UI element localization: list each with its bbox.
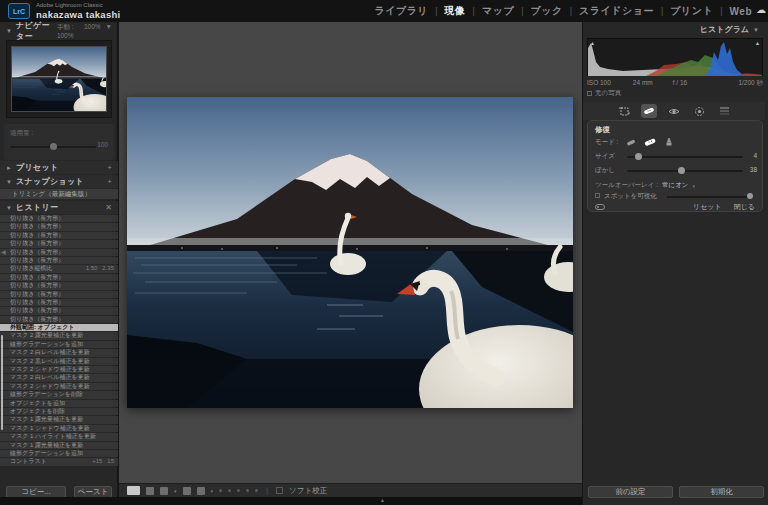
history-item[interactable]: マスク 1 露光量補正を更新 xyxy=(0,416,118,423)
history-item[interactable]: マスク 2 シャドウ補正を更新 xyxy=(0,366,118,373)
previous-settings-button[interactable]: 前の設定 xyxy=(588,486,673,498)
navigator-zoom-option[interactable]: ▼ xyxy=(106,23,112,39)
navigator-zoom-levels[interactable]: 手動 : 100%100%▼ xyxy=(57,23,112,39)
history-item[interactable]: 切り抜き（長方形） xyxy=(0,299,118,306)
module-tab-1[interactable]: ライブラリ xyxy=(375,4,429,18)
history-item[interactable]: 線形グラデーションを削除 xyxy=(0,391,118,398)
snapshots-header[interactable]: ▼ スナップショット + xyxy=(0,175,118,188)
feather-slider-knob[interactable] xyxy=(678,167,685,174)
history-item[interactable]: マスク 2 露光量補正を更新 xyxy=(0,332,118,339)
history-item[interactable]: マスク 1 シャドウ補正を更新 xyxy=(0,425,118,432)
history-item[interactable]: 切り抜き（長方形） xyxy=(0,291,118,298)
collapse-triangle-icon[interactable]: ▼ xyxy=(6,179,12,185)
navigator-zoom-option[interactable]: 100% xyxy=(84,23,101,39)
visualize-slider-knob[interactable] xyxy=(747,193,753,199)
visualize-spots-checkbox[interactable] xyxy=(595,193,600,198)
rating-dot[interactable] xyxy=(228,489,231,492)
photo-mount-fuji-swans[interactable] xyxy=(127,97,573,408)
left-panel-collapse-arrow-icon[interactable]: ◀ xyxy=(1,248,6,255)
history-item[interactable]: オブジェクトを追加 xyxy=(0,400,118,407)
original-photo-checkbox[interactable] xyxy=(587,91,592,96)
overlay-dropdown-icon[interactable]: ▾ xyxy=(693,183,696,189)
before-after-left-icon[interactable] xyxy=(146,487,154,495)
filmstrip-reveal-arrow-icon[interactable]: ▲ xyxy=(380,497,385,503)
history-item[interactable]: マスク 2 白レベル補正を更新 xyxy=(0,374,118,381)
view-dropdown-icon[interactable]: ▾ xyxy=(174,488,177,494)
visualize-slider-track[interactable] xyxy=(667,196,753,198)
history-item[interactable]: 切り抜き（長方形） xyxy=(0,257,118,264)
view-dropdown-icon-2[interactable]: ▾ xyxy=(211,488,214,494)
collapse-triangle-icon[interactable]: ▼ xyxy=(6,28,12,34)
history-item[interactable]: マスク 2 黒レベル補正を更新 xyxy=(0,358,118,365)
size-slider-track[interactable] xyxy=(627,156,743,158)
module-tab-6[interactable]: プリント xyxy=(670,4,713,18)
history-item[interactable]: 切り抜き（長方形） xyxy=(0,249,118,256)
histogram-header[interactable]: ヒストグラム ▼ xyxy=(583,24,765,35)
module-tab-5[interactable]: スライドショー xyxy=(579,4,654,18)
module-tab-2[interactable]: 現像 xyxy=(445,4,466,18)
split-view-icon[interactable] xyxy=(183,487,191,495)
history-item[interactable]: 切り抜き（長方形） xyxy=(0,240,118,247)
cloud-sync-icon[interactable]: ☁ xyxy=(756,4,766,15)
history-item[interactable]: コントラスト+1515 xyxy=(0,458,118,465)
history-item[interactable]: マスク 2 シャドウ補正を更新 xyxy=(0,383,118,390)
history-item[interactable]: 線形グラデーションを追加 xyxy=(0,450,118,457)
clone-stamp-icon[interactable] xyxy=(664,137,674,147)
history-scrollbar[interactable] xyxy=(1,335,3,430)
red-eye-tool-icon[interactable] xyxy=(666,104,682,118)
history-item[interactable]: 切り抜き（長方形） xyxy=(0,282,118,289)
tool-overlay-value[interactable]: 常にオン xyxy=(662,181,688,190)
history-item[interactable]: マスク 1 ハイライト補正を更新 xyxy=(0,433,118,440)
snapshot-item[interactable]: トリミング（最新編集版） xyxy=(0,189,118,199)
heal-close-button[interactable]: 閉じる xyxy=(734,202,755,212)
history-item[interactable]: マスク 2 白レベル補正を更新 xyxy=(0,349,118,356)
snapshots-add-icon[interactable]: + xyxy=(107,177,112,186)
rating-dot[interactable] xyxy=(246,489,249,492)
history-item[interactable]: 外観範囲: オブジェクト xyxy=(0,324,118,331)
collapse-triangle-icon[interactable]: ▼ xyxy=(6,205,12,211)
module-tab-4[interactable]: ブック xyxy=(530,4,562,18)
reset-button[interactable]: 初期化 xyxy=(679,486,764,498)
module-tab-7[interactable]: Web xyxy=(730,6,752,17)
feather-slider-track[interactable] xyxy=(627,170,743,172)
history-item[interactable]: 切り抜き縦横比1.502.35 xyxy=(0,265,118,272)
histogram-chart[interactable]: ▲ ▲ xyxy=(587,38,763,76)
collapse-triangle-icon[interactable]: ► xyxy=(6,165,12,171)
history-item[interactable]: 切り抜き（長方形） xyxy=(0,316,118,323)
rating-dot[interactable] xyxy=(219,489,222,492)
before-after-right-icon[interactable] xyxy=(160,487,168,495)
history-item[interactable]: オブジェクトを削除 xyxy=(0,408,118,415)
heal-reset-button[interactable]: リセット xyxy=(693,202,722,212)
history-item[interactable]: マスク 1 露光量補正を更新 xyxy=(0,442,118,449)
navigator-header[interactable]: ▼ ナビゲーター 手動 : 100%100%▼ xyxy=(0,24,118,37)
tool-enable-switch[interactable] xyxy=(595,204,605,210)
navigator-thumbnail[interactable] xyxy=(6,40,112,118)
split-view-icon-2[interactable] xyxy=(197,487,205,495)
rating-dot[interactable] xyxy=(237,489,240,492)
gradient-tool-icon[interactable] xyxy=(716,104,732,118)
history-item[interactable]: 切り抜き（長方形） xyxy=(0,307,118,314)
history-item[interactable]: 切り抜き（長方形） xyxy=(0,274,118,281)
history-item[interactable]: 線形グラデーションを追加 xyxy=(0,341,118,348)
loupe-view-icon[interactable] xyxy=(127,486,140,495)
masking-tool-icon[interactable] xyxy=(691,104,707,118)
history-header[interactable]: ▼ ヒストリー ✕ xyxy=(0,201,118,214)
rating-dot[interactable] xyxy=(255,489,258,492)
history-item[interactable]: 切り抜き（長方形） xyxy=(0,232,118,239)
history-clear-icon[interactable]: ✕ xyxy=(105,203,112,212)
module-tab-3[interactable]: マップ xyxy=(482,4,514,18)
history-item[interactable]: 切り抜き（長方形） xyxy=(0,215,118,222)
size-slider-knob[interactable] xyxy=(635,153,642,160)
crop-tool-icon[interactable] xyxy=(616,104,632,118)
toolbar-divider: | xyxy=(266,486,268,495)
heal-tool-icon[interactable] xyxy=(641,104,657,118)
presets-header[interactable]: ► プリセット + xyxy=(0,161,118,174)
navigator-zoom-option[interactable]: 手動 : 100% xyxy=(57,23,79,39)
presets-add-icon[interactable]: + xyxy=(107,163,112,172)
soft-proof-checkbox[interactable] xyxy=(276,487,283,494)
collapse-triangle-icon[interactable]: ▼ xyxy=(753,27,759,33)
history-item[interactable]: 切り抜き（長方形） xyxy=(0,223,118,230)
content-aware-remove-icon[interactable] xyxy=(626,138,636,147)
amount-slider-knob[interactable] xyxy=(50,143,57,150)
heal-mode-icon-selected[interactable] xyxy=(644,137,656,147)
